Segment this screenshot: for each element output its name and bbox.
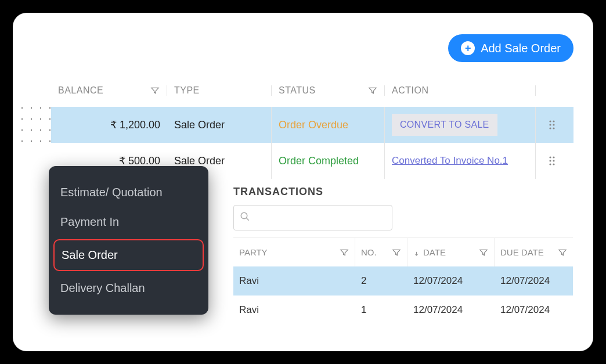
menu-item-sale-order[interactable]: Sale Order [53,239,204,271]
tx-no: 2 [355,275,407,287]
convert-to-sale-button[interactable]: CONVERT TO SALE [392,114,497,136]
transactions-table: PARTY NO. DATE DUE DATE [233,237,573,325]
transactions-title: TRANSACTIONS [233,186,573,198]
filter-icon[interactable] [392,248,401,257]
filter-icon[interactable] [150,86,160,95]
app-card: + Add Sale Order BALANCE TYPE STATUS [13,13,593,351]
orders-header-row: BALANCE TYPE STATUS ACTION [51,74,573,107]
svg-point-7 [553,156,554,158]
tx-party: Ravi [233,275,355,287]
menu-item-estimate[interactable]: Estimate/ Quotation [53,178,204,207]
filter-icon[interactable] [558,248,567,257]
filter-icon[interactable] [479,248,488,257]
menu-item-delivery-challan[interactable]: Delivery Challan [53,273,204,303]
svg-point-3 [553,124,554,125]
status-cell: Order Overdue [272,107,385,143]
row-more[interactable] [536,143,568,179]
tx-date: 12/07/2024 [407,304,495,316]
kebab-icon[interactable] [547,154,557,168]
menu-item-payment-in[interactable]: Payment In [53,207,204,237]
row-more[interactable] [536,107,568,143]
tx-col-no[interactable]: NO. [355,238,407,266]
svg-point-5 [553,127,554,129]
filter-icon[interactable] [340,248,349,257]
tx-due: 12/07/2024 [495,304,573,316]
svg-point-12 [241,212,247,219]
svg-point-4 [549,127,551,129]
col-type[interactable]: TYPE [167,85,272,96]
tx-no: 1 [355,304,407,316]
tx-col-date[interactable]: DATE [407,238,495,266]
tx-row[interactable]: Ravi 1 12/07/2024 12/07/2024 [233,295,573,325]
tx-header-row: PARTY NO. DATE DUE DATE [233,237,573,266]
svg-point-10 [549,163,551,165]
svg-point-11 [553,163,554,165]
kebab-icon[interactable] [547,118,557,132]
add-button-label: Add Sale Order [481,42,561,55]
filter-icon[interactable] [368,86,377,95]
svg-point-9 [553,160,554,161]
svg-point-1 [553,120,554,122]
transactions-search[interactable] [233,205,392,230]
search-input[interactable] [255,212,386,223]
transactions-panel: TRANSACTIONS PARTY NO. [233,186,573,325]
type-cell: Sale Order [167,107,272,143]
tx-due: 12/07/2024 [495,275,573,287]
sort-desc-icon [413,249,420,255]
search-icon [240,211,250,225]
svg-point-2 [549,124,551,125]
add-sale-order-button[interactable]: + Add Sale Order [448,34,573,62]
action-cell: Converted To Invoice No.1 [385,143,536,179]
svg-line-13 [246,218,249,221]
col-status[interactable]: STATUS [272,85,385,96]
tx-date: 12/07/2024 [407,275,495,287]
sale-type-menu: Estimate/ Quotation Payment In Sale Orde… [49,166,208,315]
tx-col-party[interactable]: PARTY [233,238,355,266]
col-action: ACTION [385,85,536,96]
action-cell: CONVERT TO SALE [385,107,536,143]
svg-point-8 [549,160,551,161]
svg-point-0 [549,120,551,122]
status-cell: Order Completed [272,143,385,179]
tx-col-due[interactable]: DUE DATE [495,238,573,266]
tx-party: Ravi [233,304,355,316]
col-balance[interactable]: BALANCE [51,85,167,96]
orders-table: BALANCE TYPE STATUS ACTION [51,74,573,179]
converted-invoice-link[interactable]: Converted To Invoice No.1 [392,155,508,167]
svg-point-6 [549,156,551,158]
balance-cell: ₹ 1,200.00 [51,107,167,143]
tx-row[interactable]: Ravi 2 12/07/2024 12/07/2024 [233,266,573,295]
table-row[interactable]: ₹ 1,200.00 Sale Order Order Overdue CONV… [51,107,573,143]
plus-icon: + [461,41,475,55]
